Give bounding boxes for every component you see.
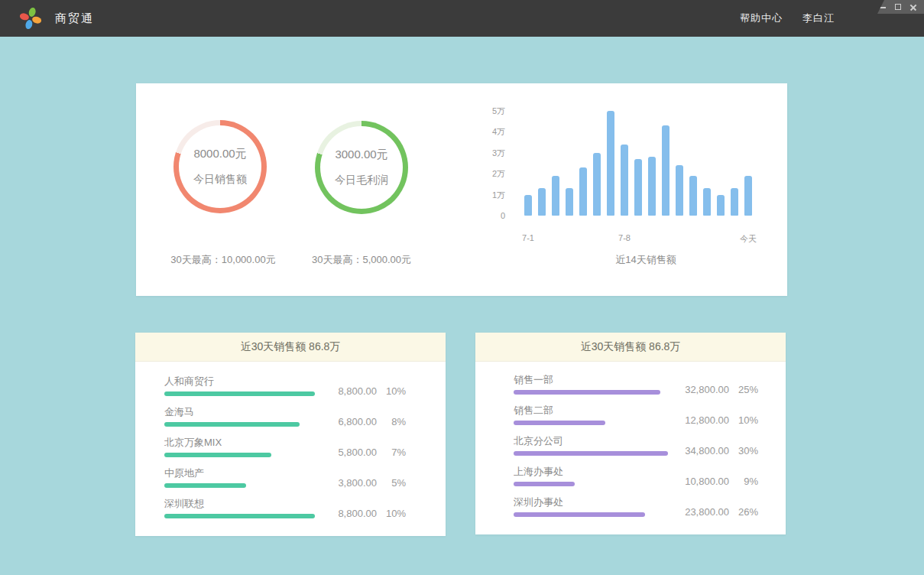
sales-bar <box>689 176 697 216</box>
app-title: 商贸通 <box>55 11 94 26</box>
rank-percent: 7% <box>377 447 406 458</box>
y-tick-label: 3万 <box>479 148 505 158</box>
rank-percent: 9% <box>729 476 758 487</box>
rank-row: 北京分公司34,800.0030% <box>514 436 758 466</box>
sales-bar <box>703 188 711 216</box>
rank-percent: 8% <box>377 416 406 427</box>
y-tick-label: 5万 <box>479 106 505 116</box>
sales-bar <box>524 195 532 216</box>
rank-bar <box>164 514 315 518</box>
department-rank-card: 近30天销售额 86.8万 销售一部32,800.0025%销售二部12,800… <box>475 333 786 534</box>
y-tick-label: 2万 <box>479 168 505 179</box>
rank-value: 8,800.00 <box>316 385 377 397</box>
rank-bar <box>514 451 668 456</box>
x-tick-label: 7-8 <box>601 233 647 242</box>
rank-row: 北京万象MIX5,800.007% <box>164 437 406 468</box>
daily-sales-x-axis: 7-17-8今天 <box>524 233 755 245</box>
rank-value: 12,800.00 <box>668 414 729 426</box>
rank-value: 32,800.00 <box>668 384 729 395</box>
rank-bar <box>514 512 645 517</box>
rank-percent: 30% <box>729 445 758 456</box>
customer-rank-list: 人和商贸行8,800.0010%金海马6,800.008%北京万象MIX5,80… <box>135 362 446 529</box>
window-controls <box>874 0 924 14</box>
rank-bar <box>514 482 575 486</box>
rank-bar <box>164 422 300 427</box>
sales-bar <box>579 167 587 216</box>
rank-percent: 5% <box>377 477 406 489</box>
today-profit-donut: 3000.00元 今日毛利润 <box>315 121 408 214</box>
rank-row: 上海办事处10,800.009% <box>514 466 758 497</box>
rank-value: 34,800.00 <box>668 445 729 456</box>
rank-row: 人和商贸行8,800.0010% <box>164 376 406 407</box>
today-profit-value: 3000.00元 <box>335 148 387 162</box>
today-sales-value: 8000.00元 <box>193 147 246 161</box>
rank-figures: 5,800.007% <box>316 447 406 458</box>
rank-row: 中原地产3,800.005% <box>164 468 406 499</box>
rank-row: 深圳联想8,800.0010% <box>164 499 406 529</box>
rank-figures: 34,800.0030% <box>668 445 758 456</box>
close-icon[interactable] <box>909 3 917 11</box>
rank-value: 3,800.00 <box>316 477 377 489</box>
rank-value: 10,800.00 <box>668 476 729 487</box>
sales-bar <box>621 145 628 216</box>
customer-rank-card: 近30天销售额 86.8万 人和商贸行8,800.0010%金海马6,800.0… <box>135 333 446 536</box>
rank-figures: 23,800.0026% <box>668 506 758 518</box>
rank-percent: 10% <box>729 414 758 426</box>
rank-percent: 10% <box>377 385 406 397</box>
minimize-icon[interactable] <box>879 3 887 11</box>
rank-bar <box>164 483 246 488</box>
rank-value: 6,800.00 <box>316 416 377 427</box>
rank-bar <box>164 391 315 396</box>
department-rank-title: 近30天销售额 86.8万 <box>475 333 786 362</box>
top-bar: 商贸通 帮助中心 李白江 <box>0 0 924 37</box>
today-sales-donut: 8000.00元 今日销售额 <box>173 120 267 213</box>
sales-bar <box>607 111 614 216</box>
sales-bar <box>552 176 559 216</box>
sales-bar <box>662 125 669 216</box>
y-tick-label: 1万 <box>479 190 505 200</box>
rank-figures: 10,800.009% <box>668 476 758 487</box>
sales-bar <box>538 188 546 216</box>
today-profit-label: 今日毛利润 <box>335 174 388 187</box>
sales-bar <box>593 153 601 216</box>
app-logo-pinwheel-icon <box>18 6 43 31</box>
rank-figures: 12,800.0010% <box>668 414 758 426</box>
today-sales-30day-max: 30天最高：10,000.00元 <box>154 253 292 267</box>
help-center-link[interactable]: 帮助中心 <box>740 11 783 25</box>
rank-figures: 8,800.0010% <box>316 508 406 519</box>
rank-figures: 6,800.008% <box>316 416 406 427</box>
sales-bar <box>731 188 738 216</box>
rank-row: 金海马6,800.008% <box>164 407 406 437</box>
rank-percent: 25% <box>729 384 758 395</box>
daily-sales-chart-title: 近14天销售额 <box>569 253 722 267</box>
rank-bar <box>514 421 605 425</box>
today-profit-30day-max: 30天最高：5,000.00元 <box>293 253 430 267</box>
rank-value: 8,800.00 <box>316 508 377 519</box>
rank-value: 23,800.00 <box>668 506 729 518</box>
rank-row: 销售二部12,800.0010% <box>514 405 758 436</box>
rank-row: 深圳办事处23,800.0026% <box>514 497 758 528</box>
rank-row: 销售一部32,800.0025% <box>514 375 758 405</box>
rank-bar <box>514 390 660 395</box>
daily-sales-plot <box>524 111 755 216</box>
sales-bar <box>676 165 683 216</box>
sales-bar <box>717 195 725 216</box>
rank-figures: 8,800.0010% <box>316 385 406 397</box>
daily-sales-y-axis: 01万2万3万4万5万 <box>479 106 505 222</box>
x-tick-label: 7-1 <box>505 233 551 242</box>
rank-bar <box>164 453 271 457</box>
rank-percent: 26% <box>729 506 758 518</box>
username-link[interactable]: 李白江 <box>802 11 835 25</box>
y-tick-label: 0 <box>479 210 505 221</box>
y-tick-label: 4万 <box>479 126 505 137</box>
maximize-icon[interactable] <box>894 3 902 11</box>
department-rank-list: 销售一部32,800.0025%销售二部12,800.0010%北京分公司34,… <box>475 362 786 528</box>
sales-bar <box>648 157 656 216</box>
today-sales-label: 今日销售额 <box>193 173 247 187</box>
sales-bar <box>566 188 573 216</box>
sales-bar <box>634 159 642 216</box>
x-tick-label: 今天 <box>725 233 771 245</box>
rank-percent: 10% <box>377 508 406 519</box>
rank-figures: 32,800.0025% <box>668 384 758 395</box>
customer-rank-title: 近30天销售额 86.8万 <box>135 333 446 362</box>
